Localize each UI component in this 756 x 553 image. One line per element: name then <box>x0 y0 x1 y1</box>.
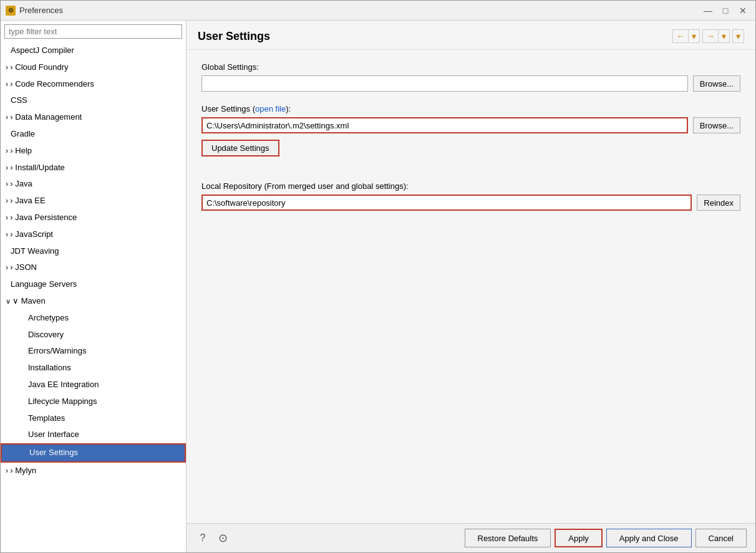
cancel-button[interactable]: Cancel <box>695 529 747 547</box>
section-divider <box>201 169 740 181</box>
user-settings-row: Browse... <box>201 117 740 133</box>
sidebar-item-java-ee[interactable]: › Java EE <box>1 193 186 209</box>
global-settings-section: Global Settings: Browse... <box>201 62 740 92</box>
sidebar-item-discovery[interactable]: Discovery <box>1 327 186 344</box>
sidebar-item-user-settings[interactable]: User Settings <box>1 443 186 463</box>
reindex-button[interactable]: Reindex <box>697 195 740 211</box>
preferences-window: ⚙ Preferences — □ ✕ AspectJ Compiler› Cl… <box>0 0 756 553</box>
sidebar-item-user-interface[interactable]: User Interface <box>1 426 186 443</box>
forward-dropdown-button[interactable]: ▾ <box>719 30 729 42</box>
apply-close-button[interactable]: Apply and Close <box>606 529 692 547</box>
tree-container[interactable]: AspectJ Compiler› Cloud Foundry› Code Re… <box>1 42 186 552</box>
restore-defaults-button[interactable]: Restore Defaults <box>465 529 551 547</box>
sidebar-item-code-recommenders[interactable]: › Code Recommenders <box>1 76 186 93</box>
apply-button[interactable]: Apply <box>555 529 603 547</box>
info-icon: ⊙ <box>218 531 228 545</box>
user-settings-input[interactable] <box>201 117 688 133</box>
sidebar: AspectJ Compiler› Cloud Foundry› Code Re… <box>1 21 187 552</box>
local-repo-row: Reindex <box>201 195 740 211</box>
sidebar-item-data-management[interactable]: › Data Management <box>1 109 186 126</box>
info-button[interactable]: ⊙ <box>215 531 230 546</box>
sidebar-item-language-servers[interactable]: Language Servers <box>1 276 186 293</box>
sidebar-item-installations[interactable]: Installations <box>1 360 186 377</box>
content-body: Global Settings: Browse... User Settings… <box>187 50 755 523</box>
sidebar-item-errors-warnings[interactable]: Errors/Warnings <box>1 343 186 360</box>
nav-menu-button[interactable]: ▾ <box>732 29 744 43</box>
user-settings-label: User Settings (open file): <box>201 104 740 113</box>
global-settings-input[interactable] <box>201 75 688 92</box>
sidebar-item-maven[interactable]: ∨ Maven <box>1 293 186 310</box>
sidebar-item-jdt-weaving[interactable]: JDT Weaving <box>1 243 186 260</box>
sidebar-item-cloud-foundry[interactable]: › Cloud Foundry <box>1 59 186 76</box>
content-area: User Settings ← ▾ → ▾ ▾ Globa <box>187 21 755 552</box>
sidebar-item-css[interactable]: CSS <box>1 92 186 109</box>
window-controls: — □ ✕ <box>700 4 750 17</box>
sidebar-item-java-ee-integration[interactable]: Java EE Integration <box>1 377 186 393</box>
app-icon: ⚙ <box>6 6 16 16</box>
minimize-button[interactable]: — <box>700 4 715 17</box>
forward-button[interactable]: → <box>703 30 719 42</box>
sidebar-item-lifecycle-mappings[interactable]: Lifecycle Mappings <box>1 393 186 410</box>
close-button[interactable]: ✕ <box>735 4 750 17</box>
maximize-button[interactable]: □ <box>718 4 733 17</box>
back-nav-group: ← ▾ <box>672 29 700 43</box>
nav-arrows: ← ▾ → ▾ ▾ <box>672 29 744 43</box>
user-settings-section: User Settings (open file): Browse... Upd… <box>201 104 740 156</box>
help-icon: ? <box>200 532 206 544</box>
sidebar-item-install-update[interactable]: › Install/Update <box>1 160 186 176</box>
filter-input[interactable] <box>4 24 182 39</box>
back-button[interactable]: ← <box>673 30 689 42</box>
title-bar: ⚙ Preferences — □ ✕ <box>1 1 755 21</box>
help-button[interactable]: ? <box>195 531 210 546</box>
bottom-bar: ? ⊙ Restore Defaults Apply Apply and Clo… <box>187 523 755 552</box>
sidebar-item-aspectj[interactable]: AspectJ Compiler <box>1 42 186 59</box>
local-repo-section: Local Repository (From merged user and g… <box>201 181 740 211</box>
back-dropdown-button[interactable]: ▾ <box>689 30 699 42</box>
content-header: User Settings ← ▾ → ▾ ▾ <box>187 21 755 50</box>
global-settings-row: Browse... <box>201 75 740 92</box>
open-file-link[interactable]: open file <box>255 104 286 113</box>
sidebar-item-archetypes[interactable]: Archetypes <box>1 310 186 327</box>
sidebar-item-javascript[interactable]: › JavaScript <box>1 226 186 243</box>
sidebar-item-json[interactable]: › JSON <box>1 259 186 276</box>
browse-global-button[interactable]: Browse... <box>693 75 740 92</box>
sidebar-item-java[interactable]: › Java <box>1 176 186 193</box>
sidebar-item-gradle[interactable]: Gradle <box>1 126 186 143</box>
main-content: AspectJ Compiler› Cloud Foundry› Code Re… <box>1 21 755 552</box>
window-title: Preferences <box>19 6 63 15</box>
bottom-icons: ? ⊙ <box>195 531 230 546</box>
page-title: User Settings <box>198 30 270 43</box>
forward-nav-group: → ▾ <box>702 29 730 43</box>
global-settings-label: Global Settings: <box>201 62 740 72</box>
sidebar-item-java-persistence[interactable]: › Java Persistence <box>1 209 186 226</box>
title-bar-left: ⚙ Preferences <box>6 6 63 16</box>
local-repo-input[interactable] <box>201 195 692 211</box>
local-repo-label: Local Repository (From merged user and g… <box>201 181 740 191</box>
sidebar-item-mylyn[interactable]: › Mylyn <box>1 463 186 479</box>
update-settings-button[interactable]: Update Settings <box>201 140 279 156</box>
sidebar-item-templates[interactable]: Templates <box>1 410 186 427</box>
sidebar-item-help[interactable]: › Help <box>1 143 186 160</box>
browse-user-button[interactable]: Browse... <box>693 117 740 133</box>
bottom-right-buttons: Restore Defaults Apply Apply and Close C… <box>465 529 747 547</box>
